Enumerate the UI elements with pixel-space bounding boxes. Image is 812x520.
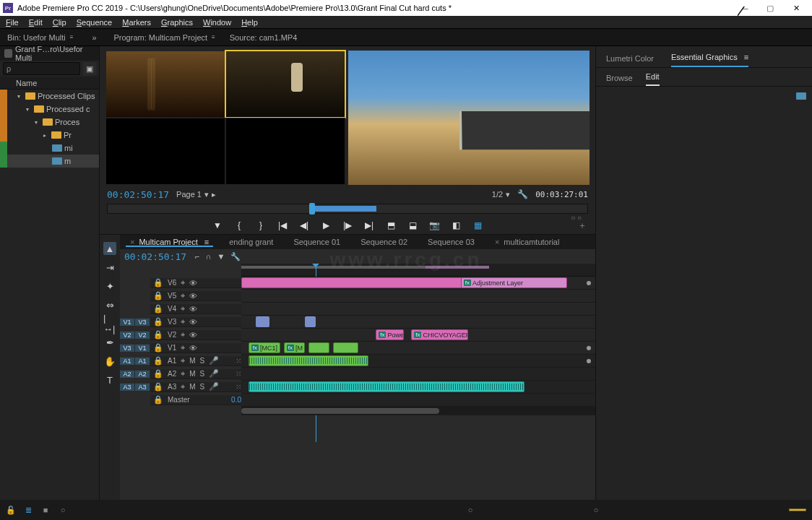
source-patch[interactable]: V1 xyxy=(120,318,134,326)
mark-out-button[interactable]: } xyxy=(255,220,267,231)
page-selector[interactable]: Page 1 ▾ ▸ xyxy=(176,190,216,199)
disclosure-triangle-icon[interactable]: ▾ xyxy=(26,106,32,113)
lock-icon[interactable]: 🔒 xyxy=(153,278,163,287)
eye-icon[interactable]: 👁 xyxy=(189,292,197,300)
add-marker-tl-button[interactable]: ▼ xyxy=(217,252,225,261)
audio-clip[interactable] xyxy=(249,381,524,392)
track-header[interactable]: 🔒V6⌖👁 xyxy=(150,278,241,288)
button-editor-button[interactable]: ＋ xyxy=(576,220,588,231)
sync-lock-icon[interactable]: ⌖ xyxy=(181,330,185,339)
sequence-tab[interactable]: ×Multicam Project ≡ xyxy=(120,238,219,246)
work-area-2[interactable] xyxy=(426,266,489,269)
hand-tool[interactable]: ✋ xyxy=(103,355,116,368)
track-header[interactable]: 🔒A3⌖MS🎤⁙ xyxy=(150,382,241,392)
tree-row[interactable]: ▸Pr xyxy=(0,129,99,142)
mic-icon[interactable]: 🎤 xyxy=(209,382,219,391)
timeline-zoom-scrollbar[interactable] xyxy=(241,407,595,415)
list-view-icon[interactable]: ≣ xyxy=(23,505,33,515)
track-target[interactable]: V1 xyxy=(135,344,150,352)
menu-sequence[interactable]: Sequence xyxy=(74,18,116,27)
clip[interactable] xyxy=(256,316,270,327)
track-target[interactable]: A2 xyxy=(135,370,150,378)
sequence-tab[interactable]: ending grant xyxy=(219,238,283,246)
menu-markers[interactable]: Markers xyxy=(119,18,154,27)
track-header[interactable]: 🔒A1⌖MS🎤⁙ xyxy=(150,356,241,366)
goto-in-button[interactable]: |◀ xyxy=(277,220,288,231)
track-select-tool[interactable]: ⇥ xyxy=(103,261,116,274)
sync-lock-icon[interactable]: ⌖ xyxy=(181,278,185,287)
step-back-button[interactable]: ◀| xyxy=(298,220,310,231)
track-header[interactable]: 🔒V1⌖👁 xyxy=(150,343,241,353)
toggle-multicam-button[interactable]: ▦ xyxy=(472,220,483,231)
subtab-edit[interactable]: Edit xyxy=(646,72,660,86)
lock-icon[interactable]: 🔓 xyxy=(6,505,16,515)
selection-tool[interactable]: ▲ xyxy=(103,242,116,255)
mic-icon[interactable]: 🎤 xyxy=(209,369,219,378)
menu-clip[interactable]: Clip xyxy=(50,18,69,27)
new-layer-button[interactable] xyxy=(796,92,806,100)
track-header[interactable]: 🔒V3⌖👁 xyxy=(150,317,241,327)
menu-icon[interactable]: ≡ xyxy=(744,53,748,61)
track-lane[interactable]: fx[MC1] fx[M xyxy=(241,342,595,355)
tab-essential-graphics[interactable]: Essential Graphics ≡ xyxy=(671,53,748,67)
lock-icon[interactable]: 🔒 xyxy=(153,291,163,300)
track-lane[interactable]: fxPowerf fxCHICVOYAGEP xyxy=(241,329,595,342)
multicam-angle-4[interactable] xyxy=(225,118,345,185)
project-breadcrumb[interactable]: Grant F…ro\Usefor Multi xyxy=(0,46,99,61)
track-target[interactable]: V3 xyxy=(135,318,150,326)
track-lane[interactable] xyxy=(241,368,595,381)
close-button[interactable]: ✕ xyxy=(783,0,809,16)
disclosure-triangle-icon[interactable]: ▾ xyxy=(17,93,23,100)
tree-row[interactable]: m xyxy=(0,155,99,168)
lift-button[interactable]: ⬒ xyxy=(385,220,397,231)
step-forward-button[interactable]: |▶ xyxy=(342,220,353,231)
program-timecode[interactable]: 00:02:50:17 xyxy=(107,189,169,200)
icon-view-icon[interactable]: ■ xyxy=(40,505,51,515)
panel-tab-program[interactable]: Program: Multicam Project≡ xyxy=(107,33,223,42)
clip[interactable] xyxy=(305,316,316,327)
clip[interactable] xyxy=(333,342,358,353)
multicam-angle-1[interactable] xyxy=(105,51,225,118)
lock-icon[interactable]: 🔒 xyxy=(153,304,163,313)
track-header[interactable]: 🔒V4⌖👁 xyxy=(150,304,241,314)
sequence-tab[interactable]: ×multicamtutorial xyxy=(485,238,569,246)
track-header[interactable]: 🔒V2⌖👁 xyxy=(150,330,241,340)
type-tool[interactable]: T xyxy=(103,373,116,386)
track-header[interactable]: 🔒V5⌖👁 xyxy=(150,291,241,301)
clip[interactable]: fx[MC1] xyxy=(249,342,280,353)
multicam-angle-2[interactable] xyxy=(225,51,345,118)
track-header[interactable]: 🔒Master0.0 xyxy=(150,395,241,405)
tab-lumetri-color[interactable]: Lumetri Color xyxy=(606,54,654,67)
settings-icon[interactable]: 🔧 xyxy=(517,189,528,199)
tree-row[interactable]: ▾Proces xyxy=(0,116,99,129)
track-lane[interactable] xyxy=(241,303,595,316)
maximize-button[interactable]: ▢ xyxy=(757,0,783,16)
eye-icon[interactable]: 👁 xyxy=(189,279,197,287)
source-patch[interactable]: A2 xyxy=(120,370,134,378)
tree-row[interactable]: ▾Processed c xyxy=(0,103,99,116)
play-button[interactable]: ▶ xyxy=(320,220,332,231)
clip[interactable]: fx[M xyxy=(284,342,305,353)
lock-icon[interactable]: 🔒 xyxy=(153,317,163,326)
source-patch[interactable]: V2 xyxy=(120,332,134,339)
multicam-monitor[interactable] xyxy=(105,51,345,185)
track-lane[interactable] xyxy=(241,381,595,394)
track-target[interactable]: A1 xyxy=(135,358,150,365)
menu-window[interactable]: Window xyxy=(200,18,234,27)
eye-icon[interactable]: 👁 xyxy=(189,305,197,313)
menu-graphics[interactable]: Graphics xyxy=(158,18,196,27)
panel-tab-source[interactable]: Source: cam1.MP4 xyxy=(223,33,305,42)
tree-row[interactable]: ▾Processed Clips xyxy=(0,90,99,103)
goto-out-button[interactable]: ▶| xyxy=(363,220,375,231)
track-target[interactable]: V2 xyxy=(135,332,150,339)
close-icon[interactable]: × xyxy=(130,238,134,246)
track-lane[interactable] xyxy=(241,355,595,368)
sequence-tab[interactable]: Sequence 02 xyxy=(350,238,418,246)
lock-icon[interactable]: 🔒 xyxy=(153,382,163,391)
menu-help[interactable]: Help xyxy=(238,18,261,27)
menu-file[interactable]: File xyxy=(3,18,22,27)
rolling-edit-tool[interactable]: ⇔ xyxy=(103,298,116,311)
keyframe-dot[interactable] xyxy=(587,281,591,285)
pen-tool[interactable]: ✒ xyxy=(103,336,116,349)
chevron-right-icon[interactable]: » xyxy=(92,33,96,42)
